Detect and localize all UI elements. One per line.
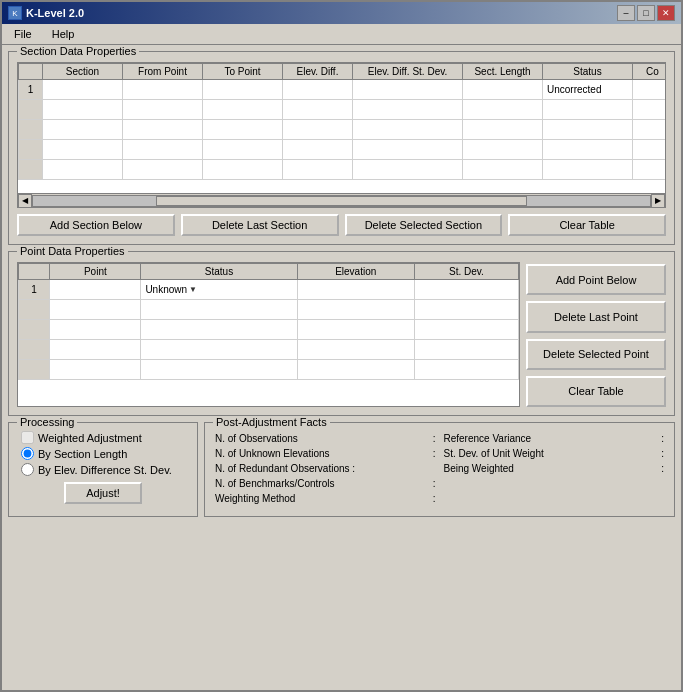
delete-selected-section-button[interactable]: Delete Selected Section	[345, 214, 503, 236]
section-cell[interactable]	[43, 80, 123, 100]
table-row-empty-5	[19, 160, 666, 180]
table-row-empty-3	[19, 120, 666, 140]
minimize-button[interactable]: –	[617, 5, 635, 21]
menu-help[interactable]: Help	[44, 26, 83, 42]
section-col-section: Section	[43, 64, 123, 80]
point-table-container: Point Status Elevation St. Dev. 1	[17, 262, 520, 407]
section-col-elev-diff-st-dev: Elev. Diff. St. Dev.	[353, 64, 463, 80]
row-number: 1	[19, 80, 43, 100]
post-adj-facts: N. of Observations : N. of Unknown Eleva…	[213, 429, 666, 508]
point-buttons-panel: Add Point Below Delete Last Point Delete…	[526, 262, 666, 407]
add-point-below-button[interactable]: Add Point Below	[526, 264, 666, 295]
processing-group: Processing Weighted Adjustment By Sectio…	[8, 422, 198, 517]
section-col-elev-diff: Elev. Diff.	[283, 64, 353, 80]
point-col-elevation: Elevation	[297, 264, 414, 280]
by-elev-diff-label: By Elev. Difference St. Dev.	[38, 464, 172, 476]
point-row-empty-4	[19, 340, 519, 360]
processing-options: Weighted Adjustment By Section Length By…	[17, 429, 189, 478]
table-row: 1 Uncorrected	[19, 80, 666, 100]
fact-unk-elev-sep: :	[433, 448, 436, 459]
app-icon: K	[8, 6, 22, 20]
point-col-stdev: St. Dev.	[414, 264, 518, 280]
maximize-button[interactable]: □	[637, 5, 655, 21]
point-col-status: Status	[141, 264, 297, 280]
co-cell[interactable]	[633, 80, 666, 100]
fact-unk-elev-key: N. of Unknown Elevations	[215, 448, 431, 459]
point-clear-table-button[interactable]: Clear Table	[526, 376, 666, 407]
fact-obs-sep: :	[433, 433, 436, 444]
adjust-button[interactable]: Adjust!	[64, 482, 142, 504]
post-adj-group-title: Post-Adjustment Facts	[213, 416, 330, 428]
processing-group-title: Processing	[17, 416, 77, 428]
point-stdev-cell[interactable]	[414, 280, 518, 300]
point-row-empty-5	[19, 360, 519, 380]
fact-bench-sep: :	[433, 478, 436, 489]
fact-bench-key: N. of Benchmarks/Controls	[215, 478, 431, 489]
section-hscrollbar[interactable]: ◀ ▶	[18, 193, 665, 207]
scroll-left-button[interactable]: ◀	[18, 194, 32, 208]
point-data-group: Point Data Properties Point Status Eleva…	[8, 251, 675, 416]
section-clear-table-button[interactable]: Clear Table	[508, 214, 666, 236]
scroll-track[interactable]	[32, 195, 651, 207]
title-buttons: – □ ✕	[617, 5, 675, 21]
fact-unknown-elevations: N. of Unknown Elevations :	[215, 448, 436, 459]
elev-diff-stdev-cell[interactable]	[353, 80, 463, 100]
fact-stdev-sep: :	[661, 448, 664, 459]
scroll-thumb[interactable]	[156, 196, 526, 206]
point-name-cell[interactable]	[50, 280, 141, 300]
point-status-dropdown-container: Unknown ▼	[145, 284, 292, 295]
fact-ref-var-key: Reference Variance	[444, 433, 660, 444]
from-point-cell[interactable]	[123, 80, 203, 100]
weighted-adjustment-item: Weighted Adjustment	[21, 431, 185, 444]
fact-ref-variance: Reference Variance :	[444, 433, 665, 444]
scroll-right-button[interactable]: ▶	[651, 194, 665, 208]
fact-benchmarks: N. of Benchmarks/Controls :	[215, 478, 436, 489]
status-dropdown-arrow[interactable]: ▼	[189, 285, 197, 294]
close-button[interactable]: ✕	[657, 5, 675, 21]
menu-file[interactable]: File	[6, 26, 40, 42]
post-adjustment-group: Post-Adjustment Facts N. of Observations…	[204, 422, 675, 517]
delete-last-section-button[interactable]: Delete Last Section	[181, 214, 339, 236]
by-section-length-label: By Section Length	[38, 448, 127, 460]
fact-red-obs-key: N. of Redundant Observations :	[215, 463, 436, 474]
point-col-point: Point	[50, 264, 141, 280]
fact-observations: N. of Observations :	[215, 433, 436, 444]
fact-being-weighted-sep: :	[661, 463, 664, 474]
point-table-row: 1 Unknown ▼	[19, 280, 519, 300]
add-section-below-button[interactable]: Add Section Below	[17, 214, 175, 236]
point-elevation-cell[interactable]	[297, 280, 414, 300]
delete-last-point-button[interactable]: Delete Last Point	[526, 301, 666, 332]
section-table-container: Section From Point To Point Elev. Diff. …	[17, 62, 666, 208]
weighted-adjustment-label: Weighted Adjustment	[38, 432, 142, 444]
section-table: Section From Point To Point Elev. Diff. …	[18, 63, 665, 180]
section-buttons: Add Section Below Delete Last Section De…	[17, 214, 666, 236]
delete-selected-point-button[interactable]: Delete Selected Point	[526, 339, 666, 370]
fact-weight-key: Weighting Method	[215, 493, 431, 504]
point-group-title: Point Data Properties	[17, 245, 128, 257]
point-section-layout: Point Status Elevation St. Dev. 1	[17, 262, 666, 407]
fact-being-weighted-key: Being Weighted	[444, 463, 660, 474]
point-status-cell: Unknown ▼	[141, 280, 297, 300]
main-window: K K-Level 2.0 – □ ✕ File Help Section Da…	[0, 0, 683, 692]
by-elev-diff-item: By Elev. Difference St. Dev.	[21, 463, 185, 476]
status-cell: Uncorrected	[543, 80, 633, 100]
section-col-from-point: From Point	[123, 64, 203, 80]
section-data-group: Section Data Properties Section From Poi…	[8, 51, 675, 245]
elev-diff-cell[interactable]	[283, 80, 353, 100]
fact-weight-sep: :	[433, 493, 436, 504]
fact-stdev-unit-weight: St. Dev. of Unit Weight :	[444, 448, 665, 459]
section-table-scroll[interactable]: Section From Point To Point Elev. Diff. …	[18, 63, 665, 193]
fact-ref-var-sep: :	[661, 433, 664, 444]
facts-left-col: N. of Observations : N. of Unknown Eleva…	[215, 433, 436, 504]
by-section-length-radio[interactable]	[21, 447, 34, 460]
point-col-num	[19, 264, 50, 280]
section-col-status: Status	[543, 64, 633, 80]
weighted-adjustment-checkbox[interactable]	[21, 431, 34, 444]
to-point-cell[interactable]	[203, 80, 283, 100]
by-elev-diff-radio[interactable]	[21, 463, 34, 476]
title-bar: K K-Level 2.0 – □ ✕	[2, 2, 681, 24]
point-table-area: Point Status Elevation St. Dev. 1	[17, 262, 520, 407]
sect-length-cell[interactable]	[463, 80, 543, 100]
section-col-num	[19, 64, 43, 80]
fact-stdev-key: St. Dev. of Unit Weight	[444, 448, 660, 459]
